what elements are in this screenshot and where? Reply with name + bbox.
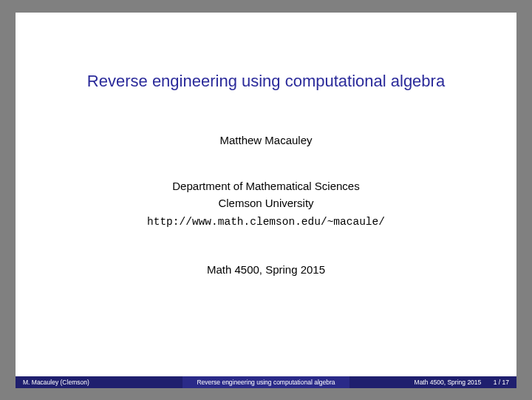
footer-title: Reverse engineering using computational … — [183, 376, 349, 388]
footer-right: Math 4500, Spring 2015 1 / 17 — [349, 376, 516, 388]
course-line: Math 4500, Spring 2015 — [207, 263, 325, 276]
footer-author: M. Macauley (Clemson) — [16, 376, 183, 388]
affiliation-block: Department of Mathematical Sciences Clem… — [147, 177, 385, 231]
author-url: http://www.math.clemson.edu/~macaule/ — [147, 214, 385, 230]
department-line: Department of Mathematical Sciences — [147, 177, 385, 194]
author-name: Matthew Macauley — [219, 134, 312, 146]
slide-content: Reverse engineering using computational … — [16, 13, 516, 376]
footer-course: Math 4500, Spring 2015 — [415, 379, 482, 386]
footer-bar: M. Macauley (Clemson) Reverse engineerin… — [16, 376, 516, 388]
footer-page: 1 / 17 — [494, 379, 509, 386]
slide-title: Reverse engineering using computational … — [87, 72, 445, 91]
university-line: Clemson University — [147, 194, 385, 211]
slide: Reverse engineering using computational … — [16, 13, 516, 388]
